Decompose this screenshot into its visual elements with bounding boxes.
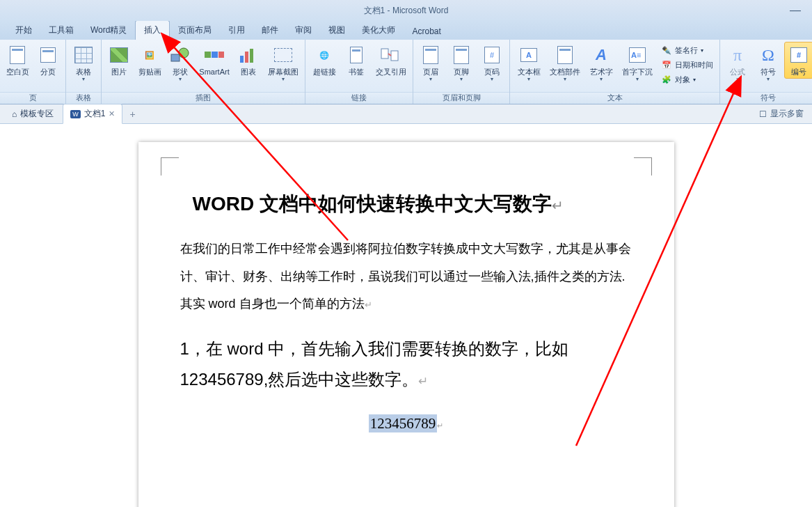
- wordart-button[interactable]: A艺术字▾: [585, 42, 617, 84]
- picture-button[interactable]: 图片: [104, 42, 134, 79]
- tab-acrobat[interactable]: Acrobat: [404, 23, 449, 40]
- datetime-button[interactable]: 📅日期和时间: [658, 58, 717, 72]
- group-label-page: 页: [0, 92, 65, 104]
- shapes-button[interactable]: 形状▾: [166, 42, 195, 84]
- window-title: 文档1 - Microsoft Word: [364, 5, 449, 17]
- group-label-hf: 页眉和页脚: [413, 92, 509, 104]
- tab-toolbox[interactable]: 工具箱: [40, 21, 82, 40]
- clipart-icon: 🖼️: [143, 47, 157, 63]
- tab-references[interactable]: 引用: [220, 21, 253, 40]
- object-button[interactable]: 🧩对象▾: [658, 72, 717, 86]
- close-icon[interactable]: ✕: [109, 109, 115, 118]
- template-tab-label: 模板专区: [20, 108, 54, 120]
- tab-layout[interactable]: 页面布局: [170, 21, 220, 40]
- chevron-down-icon: ▾: [460, 77, 463, 82]
- svg-rect-2: [205, 52, 211, 58]
- doc-paragraph[interactable]: 在我们的日常工作中经常会遇到将阿拉伯数字转换成中文大写数字，尤其是从事会计、审计…: [180, 235, 632, 318]
- tab-sprite[interactable]: Word精灵: [82, 21, 135, 40]
- header-icon: [420, 44, 442, 66]
- template-area-tab[interactable]: ⌂ 模板专区: [4, 104, 61, 124]
- minimize-icon[interactable]: —: [790, 4, 801, 17]
- clipart-button[interactable]: 🖼️剪贴画: [135, 42, 164, 79]
- chevron-down-icon: ▾: [282, 77, 285, 82]
- doc-tab-label: 文档1: [84, 108, 106, 120]
- document-tab[interactable]: W 文档1 ✕: [63, 104, 122, 124]
- tab-beautify[interactable]: 美化大师: [353, 21, 404, 40]
- hash-icon: #: [481, 44, 503, 66]
- group-illustrations: 图片 🖼️剪贴画 形状▾ SmartArt 图表 屏幕截图▾ 插图: [102, 40, 305, 104]
- pi-icon: π: [726, 44, 749, 66]
- chevron-down-icon: ▾: [564, 77, 566, 82]
- chevron-down-icon: ▾: [600, 77, 603, 82]
- tab-mail[interactable]: 邮件: [253, 21, 287, 40]
- add-tab-button[interactable]: +: [124, 106, 141, 123]
- number-icon: #: [788, 44, 810, 66]
- document-area[interactable]: WORD 文档中如何快速转换中文大写数字↵ 在我们的日常工作中经常会遇到将阿拉伯…: [0, 124, 812, 507]
- svg-rect-0: [171, 54, 180, 61]
- chevron-down-icon: ▾: [736, 77, 739, 82]
- number-button[interactable]: #编号: [784, 42, 812, 79]
- screenshot-button[interactable]: 屏幕截图▾: [264, 42, 302, 84]
- chevron-down-icon: ▾: [429, 77, 432, 82]
- svg-rect-5: [240, 56, 244, 63]
- equation-button[interactable]: π公式▾: [723, 42, 752, 84]
- dropcap-button[interactable]: A≡首字下沉▾: [619, 42, 656, 84]
- group-text: A文本框▾ 文档部件▾ A艺术字▾ A≡首字下沉▾ ✒️签名行▾ 📅日期和时间 …: [510, 40, 720, 104]
- ribbon: 空白页 分页 页 表格▾ 表格 图片 🖼️剪贴画 形状▾ SmartArt 图表…: [0, 40, 812, 104]
- textbox-button[interactable]: A文本框▾: [513, 42, 545, 84]
- windows-icon: ☐: [759, 109, 767, 119]
- hyperlink-button[interactable]: 🌐超链接: [308, 42, 340, 79]
- calendar-icon: 📅: [661, 59, 672, 70]
- group-label-symbol: 符号: [720, 92, 812, 104]
- crossref-button[interactable]: 交叉引用: [372, 42, 410, 79]
- globe-icon: 🌐: [313, 44, 335, 66]
- menu-tabs: 开始 工具箱 Word精灵 插入 页面布局 引用 邮件 审阅 视图 美化大师 A…: [0, 21, 812, 40]
- svg-rect-9: [391, 51, 398, 61]
- word-doc-icon: W: [70, 110, 81, 118]
- tab-view[interactable]: 视图: [320, 21, 353, 40]
- selected-text[interactable]: 123456789: [369, 414, 438, 432]
- doc-step[interactable]: 1，在 word 中，首先输入我们需要转换的数字，比如 123456789,然后…: [180, 334, 632, 396]
- doc-heading[interactable]: WORD 文档中如何快速转换中文大写数字↵: [193, 191, 632, 217]
- chart-button[interactable]: 图表: [234, 42, 263, 79]
- margin-corner: [161, 157, 179, 176]
- chevron-down-icon: ▾: [491, 77, 493, 82]
- parts-icon: [554, 44, 576, 66]
- group-links: 🌐超链接 书签 交叉引用 链接: [305, 40, 413, 104]
- screenshot-icon: [272, 44, 294, 66]
- group-label-table: 表格: [66, 92, 101, 104]
- smartart-button[interactable]: SmartArt: [196, 42, 232, 79]
- parts-button[interactable]: 文档部件▾: [546, 42, 584, 84]
- group-label-illust: 插图: [102, 92, 305, 104]
- document-page[interactable]: WORD 文档中如何快速转换中文大写数字↵ 在我们的日常工作中经常会遇到将阿拉伯…: [138, 142, 674, 507]
- object-icon: 🧩: [661, 74, 672, 85]
- group-table: 表格▾ 表格: [66, 40, 102, 104]
- signature-button[interactable]: ✒️签名行▾: [658, 43, 717, 57]
- svg-rect-6: [245, 52, 248, 63]
- pagenum-button[interactable]: #页码▾: [477, 42, 507, 84]
- table-icon: [74, 47, 93, 63]
- blank-page-button[interactable]: 空白页: [3, 42, 32, 79]
- header-button[interactable]: 页眉▾: [416, 42, 445, 84]
- footer-button[interactable]: 页脚▾: [447, 42, 476, 84]
- tab-home[interactable]: 开始: [7, 21, 40, 40]
- dropcap-icon: A≡: [626, 44, 648, 66]
- chevron-down-icon: ▾: [82, 77, 85, 82]
- bookmark-button[interactable]: 书签: [342, 42, 371, 79]
- page-break-button[interactable]: 分页: [33, 42, 63, 79]
- tab-review[interactable]: 审阅: [287, 21, 320, 40]
- smartart-icon: [203, 44, 225, 66]
- svg-rect-4: [218, 52, 224, 58]
- shapes-icon: [169, 44, 191, 66]
- picture-icon: [110, 47, 128, 63]
- signature-icon: ✒️: [661, 45, 672, 56]
- svg-rect-3: [212, 52, 218, 58]
- table-button[interactable]: 表格▾: [69, 42, 98, 84]
- symbol-button[interactable]: Ω符号▾: [754, 42, 783, 84]
- show-more-label[interactable]: 显示多窗: [770, 108, 804, 120]
- tab-insert[interactable]: 插入: [135, 20, 170, 40]
- svg-rect-8: [381, 49, 388, 58]
- margin-corner: [634, 157, 652, 176]
- group-header-footer: 页眉▾ 页脚▾ #页码▾ 页眉和页脚: [413, 40, 510, 104]
- doc-selected-line[interactable]: 123456789↵: [180, 415, 632, 432]
